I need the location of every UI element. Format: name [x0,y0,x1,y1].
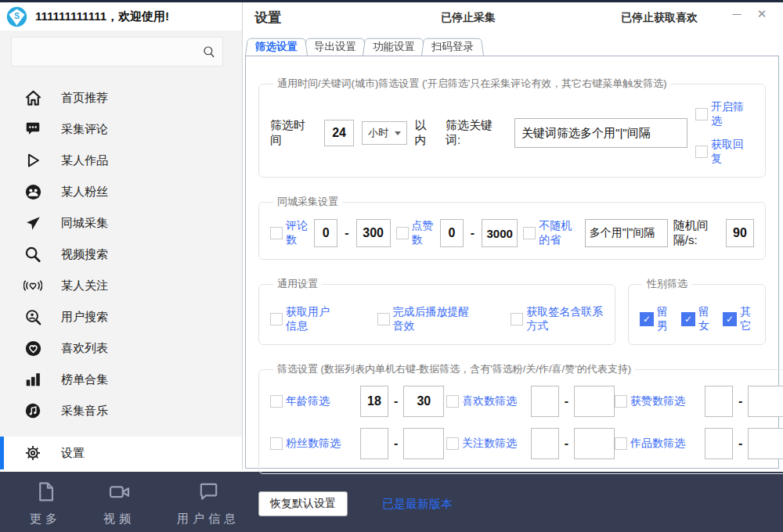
like-count-max-input[interactable] [574,386,615,417]
fans-filter-checkbox[interactable]: 粉丝数筛选 [270,437,356,451]
main-header: 设置 已停止采集 已停止获取喜欢 ─ ✕ [244,2,783,37]
works-max-input[interactable] [748,428,783,459]
checkbox-label: 评论数 [286,219,309,247]
time-unit-value: 小时 [368,126,388,140]
minimize-button[interactable]: ─ [728,7,745,20]
play-sound-checkbox[interactable]: 完成后播放提醒音效 [377,305,471,333]
follow-max-input[interactable] [574,428,615,459]
enable-filter-checkbox[interactable]: 开启筛选 [695,100,754,128]
like-max-input[interactable] [482,219,518,247]
latest-version-link[interactable]: 已是最新版本 [382,497,453,512]
age-max-input[interactable] [403,386,444,417]
search-icon[interactable] [196,45,222,59]
general-settings-section: 通用设置 获取用户信息 完成后播放提醒音效 获取签名含联系方式 [258,277,615,345]
like-min-input[interactable] [440,219,464,247]
search-input[interactable] [12,38,196,66]
age-min-input[interactable] [360,386,388,417]
comment-count-checkbox[interactable]: 评论数 [270,219,309,247]
video-button[interactable]: 视频 [103,480,135,527]
sidebar-item-follows[interactable]: 某人关注 [0,270,242,301]
status-collect: 已停止采集 [441,11,496,25]
sidebar-item-works[interactable]: 某人作品 [0,145,242,176]
comment-min-input[interactable] [314,219,337,247]
checkbox-label: 留男 [657,305,671,333]
checkbox-label: 留女 [698,305,713,333]
filter-keyword-input[interactable] [514,118,687,148]
tab-filter-settings[interactable]: 筛选设置 [245,37,308,56]
tab-panel: 通用时间/关键词(城市)筛选设置 ('开启筛选'只在采集评论有效，其它右键菜单触… [245,56,779,469]
sidebar-item-music[interactable]: 采集音乐 [0,395,242,426]
age-filter-group: 年龄筛选 - [270,386,446,417]
play-icon [23,151,42,170]
get-userinfo-checkbox[interactable]: 获取用户信息 [270,305,337,333]
sidebar-item-fans[interactable]: 某人粉丝 [0,176,242,207]
checkbox [446,437,459,450]
range-dash: - [469,226,476,240]
tab-qr-login[interactable]: 扫码登录 [421,37,484,56]
checkbox-label: 不随机的省 [539,219,579,247]
bottom-item-label: 视频 [103,512,135,527]
comment-max-input[interactable] [356,219,391,247]
checkbox [377,313,390,325]
sidebar-item-city[interactable]: 同城采集 [0,207,242,239]
keep-female-checkbox[interactable]: 留女 [681,305,713,333]
tab-export-settings[interactable]: 导出设置 [304,37,366,56]
heart-circle-icon [23,339,42,358]
search-icon [23,245,42,264]
more-button[interactable]: 更多 [30,480,61,527]
user-info-button[interactable]: 用户信息 [177,480,240,527]
get-replies-checkbox[interactable]: 获取回复 [695,138,754,166]
checkbox-label: 开启筛选 [711,100,754,128]
sidebar-item-home[interactable]: 首页推荐 [0,82,242,113]
age-filter-checkbox[interactable]: 年龄筛选 [270,394,356,408]
province-input[interactable] [585,219,668,247]
tab-bar: 筛选设置 导出设置 功能设置 扫码登录 [245,37,783,56]
signature-contact-checkbox[interactable]: 获取签名含联系方式 [511,305,604,333]
random-interval-input[interactable] [726,219,754,247]
checkbox-label: 作品数筛选 [630,437,685,451]
sidebar-item-rankings[interactable]: 榜单合集 [0,364,242,395]
bar-chart-icon [23,370,42,389]
sidebar-search [11,37,223,66]
praise-filter-checkbox[interactable]: 获赞数筛选 [615,394,701,408]
like-count-filter-checkbox[interactable]: 喜欢数筛选 [446,394,527,408]
fans-max-input[interactable] [403,428,444,459]
checkbox [523,227,536,239]
works-filter-checkbox[interactable]: 作品数筛选 [615,437,701,451]
filter-time-input[interactable] [324,120,354,146]
checkbox [446,395,459,408]
follow-min-input[interactable] [531,428,559,459]
chat-bubble-icon [197,480,220,506]
sidebar-item-settings[interactable]: 设置 [0,437,242,469]
gear-icon [23,444,42,462]
praise-min-input[interactable] [705,386,733,417]
sidebar-item-label: 某人关注 [61,279,108,293]
restore-defaults-button[interactable]: 恢复默认设置 [258,491,348,516]
sidebar-item-likes[interactable]: 喜欢列表 [0,332,242,364]
welcome-text: 111111111111，欢迎使用! [35,9,169,24]
sidebar-item-label: 采集音乐 [61,404,108,419]
checkbox-checked [681,312,695,326]
praise-max-input[interactable] [748,386,783,417]
tab-function-settings[interactable]: 功能设置 [363,37,425,56]
works-min-input[interactable] [705,428,733,459]
checkbox [396,227,409,239]
other-gender-checkbox[interactable]: 其它 [723,305,754,333]
checkbox-checked [640,312,654,326]
time-unit-select[interactable]: 小时 [362,121,406,145]
close-button[interactable]: ✕ [753,7,770,21]
follow-filter-checkbox[interactable]: 关注数筛选 [446,437,527,451]
fans-min-input[interactable] [360,428,388,459]
follow-signal-icon [23,276,42,295]
section-legend: 同城采集设置 [273,195,342,209]
like-count-checkbox[interactable]: 点赞数 [396,219,435,247]
sidebar-item-comments[interactable]: 采集评论 [0,113,242,145]
sidebar-item-label: 视频搜索 [61,247,108,262]
range-dash: - [737,437,744,451]
province-checkbox[interactable]: 不随机的省 [523,219,579,247]
keep-male-checkbox[interactable]: 留男 [640,305,671,333]
sidebar-item-video-search[interactable]: 视频搜索 [0,239,242,270]
range-dash: - [343,226,350,240]
like-count-min-input[interactable] [531,386,559,417]
sidebar-item-user-search[interactable]: 用户搜索 [0,301,242,332]
